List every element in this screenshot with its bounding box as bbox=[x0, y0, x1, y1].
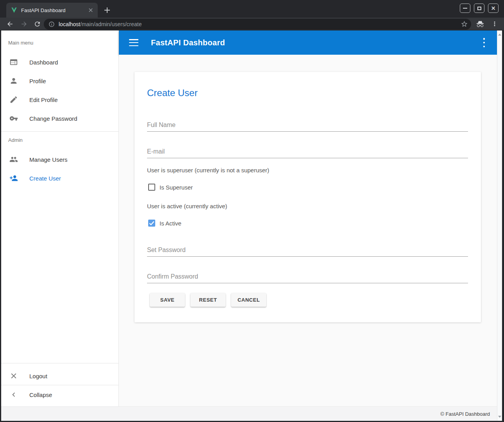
sidebar-item-dashboard[interactable]: Dashboard bbox=[1, 53, 118, 72]
sidebar-item-label: Collapse bbox=[29, 392, 52, 398]
window-minimize-button[interactable] bbox=[460, 4, 470, 13]
tab-title: FastAPI Dashboard bbox=[21, 7, 88, 13]
sidebar-section-main-menu: Main menu bbox=[8, 40, 33, 46]
sidebar-divider bbox=[1, 131, 118, 132]
window-close-button[interactable]: ✕ bbox=[488, 4, 499, 13]
reload-icon[interactable] bbox=[34, 20, 41, 28]
sidebar-item-create-user[interactable]: Create User bbox=[1, 169, 118, 188]
email-input[interactable] bbox=[147, 145, 468, 158]
close-x-icon bbox=[9, 372, 18, 380]
confirm-password-input[interactable] bbox=[147, 270, 468, 283]
tab-close-icon[interactable] bbox=[88, 7, 94, 13]
site-info-icon[interactable] bbox=[48, 21, 55, 27]
key-icon bbox=[9, 114, 18, 123]
window-maximize-button[interactable] bbox=[474, 4, 484, 13]
page-title: Create User bbox=[147, 88, 197, 98]
is-active-checkbox[interactable] bbox=[148, 220, 155, 227]
url-text: localhost/main/admin/users/create bbox=[59, 21, 142, 27]
chevron-left-icon bbox=[9, 390, 18, 399]
app-page: Main menu Dashboard Profile Edit Profile bbox=[1, 30, 502, 421]
minimize-icon bbox=[463, 8, 467, 9]
sidebar-item-label: Dashboard bbox=[29, 59, 58, 66]
sidebar-item-label: Change Password bbox=[29, 115, 77, 122]
is-superuser-label: Is Superuser bbox=[160, 184, 193, 191]
sidebar-item-profile[interactable]: Profile bbox=[1, 72, 118, 90]
vue-logo-icon bbox=[11, 7, 17, 13]
sidebar-item-label: Manage Users bbox=[29, 156, 68, 163]
url-path: /main/admin/users/create bbox=[80, 21, 142, 27]
set-password-input[interactable] bbox=[147, 243, 468, 257]
browser-tab-strip: FastAPI Dashboard ✕ bbox=[0, 0, 504, 18]
app-title: FastAPI Dashboard bbox=[151, 38, 225, 47]
forward-icon[interactable] bbox=[20, 20, 28, 28]
maximize-icon bbox=[477, 7, 481, 10]
menu-hamburger-icon[interactable] bbox=[129, 39, 138, 46]
browser-menu-icon[interactable] bbox=[491, 20, 498, 27]
is-active-label: Is Active bbox=[160, 220, 181, 227]
dashboard-icon bbox=[9, 58, 18, 66]
copyright-text: © FastAPI Dashboard bbox=[440, 411, 490, 417]
create-user-card: Create User User is superuser (currently… bbox=[135, 72, 481, 322]
new-tab-button[interactable] bbox=[102, 5, 112, 15]
browser-tab[interactable]: FastAPI Dashboard bbox=[6, 3, 98, 18]
window-controls: ✕ bbox=[460, 4, 499, 13]
bookmark-star-icon[interactable] bbox=[461, 20, 468, 28]
person-icon bbox=[9, 77, 18, 85]
is-superuser-checkbox-row: Is Superuser bbox=[148, 184, 193, 191]
save-button[interactable]: SAVE bbox=[150, 293, 185, 307]
scroll-down-arrow-icon[interactable] bbox=[498, 416, 501, 418]
main-content: Create User User is superuser (currently… bbox=[119, 55, 497, 406]
close-icon: ✕ bbox=[491, 5, 496, 11]
sidebar-divider bbox=[1, 363, 118, 363]
sidebar-item-label: Create User bbox=[29, 175, 61, 182]
person-add-icon bbox=[9, 174, 18, 182]
reset-button[interactable]: RESET bbox=[190, 293, 226, 307]
active-hint: User is active (currently active) bbox=[147, 203, 227, 209]
sidebar: Main menu Dashboard Profile Edit Profile bbox=[1, 30, 119, 406]
full-name-input[interactable] bbox=[147, 118, 468, 132]
app-bar: FastAPI Dashboard bbox=[119, 30, 497, 55]
sidebar-item-manage-users[interactable]: Manage Users bbox=[1, 150, 118, 169]
cancel-button[interactable]: CANCEL bbox=[231, 293, 266, 307]
people-icon bbox=[9, 155, 18, 164]
app-menu-kebab-icon[interactable] bbox=[483, 38, 485, 47]
scroll-up-arrow-icon[interactable] bbox=[498, 34, 501, 36]
superuser-hint: User is superuser (currently is not a su… bbox=[147, 167, 269, 173]
page-scrollbar[interactable] bbox=[497, 30, 502, 421]
url-bar[interactable]: localhost/main/admin/users/create bbox=[44, 19, 471, 30]
sidebar-item-edit-profile[interactable]: Edit Profile bbox=[1, 90, 118, 109]
sidebar-section-admin: Admin bbox=[8, 137, 23, 143]
sidebar-item-label: Edit Profile bbox=[29, 97, 58, 103]
sidebar-item-collapse[interactable]: Collapse bbox=[1, 385, 118, 404]
is-superuser-checkbox[interactable] bbox=[148, 184, 155, 191]
sidebar-item-label: Profile bbox=[29, 78, 46, 84]
browser-window: FastAPI Dashboard ✕ localhost/main/admin… bbox=[0, 0, 504, 422]
page-footer: © FastAPI Dashboard bbox=[1, 406, 497, 421]
url-host: localhost bbox=[59, 21, 80, 27]
pencil-icon bbox=[9, 95, 18, 104]
back-icon[interactable] bbox=[6, 20, 14, 28]
sidebar-item-change-password[interactable]: Change Password bbox=[1, 109, 118, 128]
incognito-icon[interactable] bbox=[475, 20, 485, 28]
is-active-checkbox-row: Is Active bbox=[148, 220, 181, 227]
sidebar-item-logout[interactable]: Logout bbox=[1, 367, 118, 385]
form-actions: SAVE RESET CANCEL bbox=[150, 293, 266, 307]
sidebar-item-label: Logout bbox=[29, 373, 47, 379]
